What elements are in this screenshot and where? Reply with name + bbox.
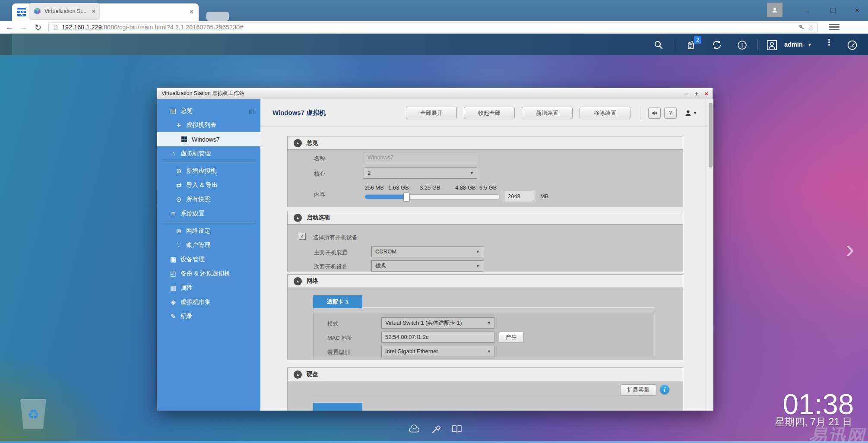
myqnapcloud-icon[interactable]: [408, 424, 421, 434]
network-mode-select[interactable]: Virtual Switch 1 (实体适配卡 1) ▼: [381, 317, 494, 329]
vs-sidebar: ▤ 总览 ▦ + 虚拟机列表 Windows7 ∴ 虚拟机管理 ⊕ 新增虚拟机: [157, 99, 260, 411]
add-device-button[interactable]: 新增装置: [522, 107, 573, 119]
bookmark-star-icon[interactable]: ☆: [808, 23, 814, 32]
address-bar[interactable]: 192.168.1.229:8080/cgi-bin/main.html?4.2…: [48, 22, 818, 32]
expand-all-button[interactable]: 全部展开: [406, 107, 457, 119]
sidebar-item-vm-marketplace[interactable]: ◈ 虚拟机市集: [157, 295, 260, 309]
bottom-edge-strip: [0, 441, 868, 443]
tab-close-icon[interactable]: ×: [190, 8, 193, 16]
collapse-all-button[interactable]: 收起全部: [464, 107, 515, 119]
window-titlebar[interactable]: Virtualization Station 虚拟机工作站 – + ×: [157, 88, 713, 99]
browser-minimize-button[interactable]: –: [797, 0, 817, 21]
sidebar-item-logs[interactable]: ✎ 纪录: [157, 309, 260, 323]
browser-menu-icon[interactable]: [829, 24, 839, 30]
user-account-icon[interactable]: [765, 38, 778, 51]
recycle-bin[interactable]: ♻: [20, 399, 46, 429]
logs-icon: ✎: [168, 313, 179, 320]
sidebar-label: 虚拟机市集: [181, 298, 211, 306]
section-overview-header[interactable]: ▲ 总览: [288, 136, 683, 150]
memory-unit-label: MB: [540, 193, 549, 199]
sidebar-label: 属性: [181, 284, 193, 292]
next-page-chevron-icon[interactable]: ›: [846, 233, 855, 264]
forward-icon[interactable]: →: [17, 22, 29, 33]
grid-view-icon[interactable]: ▦: [249, 107, 255, 115]
new-tab-button[interactable]: [206, 12, 229, 21]
sidebar-label: 导入 & 导出: [186, 181, 218, 189]
help-button[interactable]: ?: [664, 107, 677, 119]
vm-user-menu-button[interactable]: ▾: [684, 108, 696, 117]
cores-value: 2: [367, 170, 371, 176]
background-tasks-icon[interactable]: [710, 38, 723, 51]
audio-button[interactable]: [648, 107, 661, 119]
sidebar-item-overview[interactable]: ▤ 总览 ▦: [157, 104, 260, 118]
page-icon: [52, 24, 59, 31]
secondary-boot-label: 次要开机设备: [314, 263, 348, 271]
memory-value-input[interactable]: 2048: [504, 191, 535, 202]
disk-tab-partial[interactable]: [313, 403, 362, 411]
header-divider: [640, 107, 640, 120]
browser-tabstrip: Q luo × – □ ×: [0, 0, 868, 21]
select-all-boot-checkbox[interactable]: ✓: [299, 233, 306, 240]
dropdown-arrow-icon: ▼: [487, 346, 491, 357]
dropdown-arrow-icon: ▼: [470, 168, 474, 178]
app-tab-virtualization-station[interactable]: Virtualization St... ×: [29, 3, 99, 19]
device-type-select[interactable]: Intel Gigabit Ethernet ▼: [381, 346, 494, 357]
sidebar-item-vm-management[interactable]: ∴ 虚拟机管理: [157, 146, 260, 161]
device-type-label: 装置型别: [327, 348, 350, 356]
help-book-icon[interactable]: [451, 424, 463, 434]
utilities-hammer-icon[interactable]: [430, 424, 441, 435]
overview-icon: ▤: [168, 107, 179, 115]
app-tab-close-icon[interactable]: ×: [92, 7, 95, 15]
search-icon[interactable]: [652, 38, 665, 51]
vm-settings-scrollbar[interactable]: [708, 99, 713, 411]
browser-maximize-button[interactable]: □: [823, 0, 843, 21]
scrollbar-thumb[interactable]: [709, 103, 713, 168]
virtualization-station-icon: [33, 7, 41, 15]
collapse-chevron-icon: ▲: [294, 370, 302, 379]
sidebar-item-network-settings[interactable]: ⊜ 网络设定: [157, 224, 260, 238]
browser-profile-button[interactable]: [767, 3, 782, 17]
sidebar-item-all-snapshots[interactable]: ⊙ 所有快照: [157, 192, 260, 206]
admin-caret-icon[interactable]: ▾: [808, 42, 811, 47]
sidebar-item-properties[interactable]: ▥ 属性: [157, 281, 260, 295]
section-disk-header[interactable]: ▲ 硬盘: [288, 368, 683, 381]
sidebar-label: 设备管理: [181, 256, 205, 263]
reload-icon[interactable]: ↻: [32, 22, 44, 33]
back-icon[interactable]: ←: [3, 22, 16, 33]
sidebar-item-account-management[interactable]: ∵ 账户管理: [157, 238, 260, 252]
url-text: 192.168.1.229:8080/cgi-bin/main.html?4.2…: [62, 24, 795, 31]
adapter-1-tab[interactable]: 适配卡 1: [313, 295, 362, 308]
window-minimize-icon[interactable]: –: [685, 90, 688, 97]
sidebar-item-device-management[interactable]: ▣ 设备管理: [157, 252, 260, 266]
info-icon[interactable]: [735, 38, 748, 51]
memory-slider-track[interactable]: [364, 194, 500, 199]
admin-username[interactable]: admin: [784, 41, 803, 48]
window-maximize-icon[interactable]: +: [694, 90, 698, 97]
main-menu-icon[interactable]: [14, 6, 26, 14]
sidebar-item-vm-list[interactable]: + 虚拟机列表: [157, 118, 260, 132]
section-network-header[interactable]: ▲ 网络: [288, 275, 683, 288]
select-all-boot-label: 选择所有开机设备: [313, 234, 358, 241]
section-boot-options: ▲ 启动选项 ✓ 选择所有开机设备 主要开机装置 CDROM ▼ 次要开机设备: [287, 211, 683, 272]
primary-boot-select[interactable]: CDROM ▼: [371, 246, 483, 257]
dashboard-icon[interactable]: [846, 38, 858, 51]
more-options-icon[interactable]: [828, 39, 830, 46]
memory-slider-handle[interactable]: [403, 193, 410, 201]
sidebar-item-windows7[interactable]: Windows7: [157, 132, 260, 146]
remove-device-button[interactable]: 移除装置: [580, 107, 630, 119]
expand-capacity-button[interactable]: 扩展容量: [620, 384, 656, 396]
secondary-boot-select[interactable]: 磁盘 ▼: [371, 260, 483, 272]
generate-mac-button[interactable]: 产生: [499, 332, 524, 343]
mac-address-input[interactable]: 52:54:00:07:f1:2c: [381, 332, 494, 343]
sidebar-item-import-export[interactable]: ⇄ 导入 & 导出: [157, 178, 260, 192]
disk-info-icon[interactable]: i: [660, 385, 669, 394]
sidebar-item-system-settings[interactable]: ≡ 系统设置: [157, 206, 260, 221]
settings-sliders-icon: ≡: [168, 210, 179, 217]
window-close-icon[interactable]: ×: [704, 90, 708, 97]
browser-close-button[interactable]: ×: [847, 0, 867, 21]
sidebar-item-backup-restore[interactable]: ◰ 备份 & 还原虚拟机: [157, 266, 260, 281]
key-icon[interactable]: [798, 24, 805, 31]
section-boot-header[interactable]: ▲ 启动选项: [288, 211, 683, 225]
sidebar-item-create-vm[interactable]: ⊕ 新增虚拟机: [157, 164, 260, 178]
cores-select[interactable]: 2 ▼: [364, 168, 477, 179]
